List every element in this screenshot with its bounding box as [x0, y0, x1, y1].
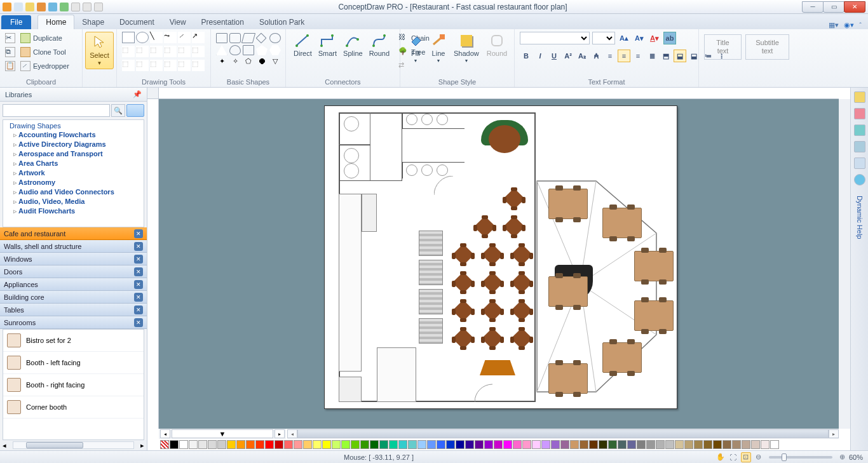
tree-node[interactable]: Active Directory Diagrams	[6, 140, 141, 149]
color-swatch[interactable]	[408, 440, 417, 449]
tab-shape[interactable]: Shape	[74, 15, 112, 29]
dining-table-4top[interactable]	[512, 300, 532, 321]
no-fill-swatch[interactable]	[160, 440, 169, 449]
connector-smart[interactable]: Smart	[316, 32, 339, 58]
tab-view[interactable]: View	[162, 15, 194, 29]
range-2[interactable]	[419, 260, 443, 285]
tree-node[interactable]: Audio, Video, Media	[6, 197, 141, 206]
duplicate-button[interactable]: Duplicate	[20, 32, 69, 44]
new-icon[interactable]	[14, 3, 23, 11]
dining-table-4top[interactable]	[504, 189, 524, 209]
color-swatch[interactable]	[494, 440, 503, 449]
close-button[interactable]: ✕	[844, 1, 865, 13]
dock-fill-icon[interactable]	[854, 124, 865, 136]
page[interactable]	[324, 105, 677, 409]
color-swatch[interactable]	[465, 440, 474, 449]
color-swatch[interactable]	[541, 440, 550, 449]
color-swatch[interactable]	[255, 440, 264, 449]
podium[interactable]	[480, 360, 515, 375]
zoom-in-button[interactable]: ⊕	[837, 452, 848, 462]
tree-node[interactable]: Aerospace and Transport	[6, 149, 141, 159]
color-swatch[interactable]	[713, 440, 722, 449]
shape-ellipse[interactable]	[229, 45, 241, 55]
shape-pentagon[interactable]	[256, 45, 268, 55]
color-swatch[interactable]	[770, 440, 779, 449]
color-swatch[interactable]	[484, 440, 493, 449]
color-swatch[interactable]	[236, 440, 245, 449]
color-swatch[interactable]	[246, 440, 255, 449]
color-swatch[interactable]	[370, 440, 379, 449]
sink[interactable]	[406, 114, 417, 125]
subscript-button[interactable]: A₂	[576, 50, 588, 62]
save-icon[interactable]	[94, 3, 103, 11]
dining-table-4top[interactable]	[453, 300, 473, 321]
highlight-button[interactable]: ab	[663, 32, 676, 44]
dining-table-rect[interactable]	[548, 276, 588, 307]
color-swatch[interactable]	[751, 440, 760, 449]
library-item[interactable]: Corner booth	[3, 396, 144, 419]
open-icon[interactable]	[25, 3, 34, 11]
color-swatch[interactable]	[570, 440, 579, 449]
library-tree[interactable]: Drawing Shapes Accounting Flowcharts Act…	[3, 119, 144, 227]
door-arc[interactable]	[475, 383, 500, 402]
tree-node[interactable]: Astronomy	[6, 178, 141, 187]
sink[interactable]	[421, 114, 433, 125]
library-search-input[interactable]	[3, 104, 110, 117]
dining-table-4top[interactable]	[475, 217, 495, 237]
line-button[interactable]: Line▼	[428, 32, 449, 64]
font-family-select[interactable]	[520, 32, 590, 44]
recent-icon[interactable]	[48, 3, 57, 11]
tree-node[interactable]: Audit Flowcharts	[6, 206, 141, 216]
dining-table-4top[interactable]	[482, 245, 503, 265]
connector-spline[interactable]: Spline	[341, 32, 365, 58]
color-swatch[interactable]	[341, 440, 350, 449]
color-swatch[interactable]	[294, 440, 302, 449]
color-swatch[interactable]	[208, 440, 217, 449]
shape-parallelogram[interactable]	[241, 33, 255, 43]
color-swatch[interactable]	[532, 440, 541, 449]
color-swatch[interactable]	[379, 440, 388, 449]
color-swatch[interactable]	[560, 440, 569, 449]
tree-node[interactable]: Area Charts	[6, 159, 141, 168]
grow-font-button[interactable]: A▴	[618, 32, 630, 44]
color-swatch[interactable]	[275, 440, 283, 449]
library-cat-cafe[interactable]: Cafe and restaurant✕	[0, 227, 147, 240]
font-color-button[interactable]: A▾	[648, 32, 661, 44]
valign-top-button[interactable]: ⬒	[660, 50, 672, 62]
color-swatch[interactable]	[503, 440, 512, 449]
color-swatch[interactable]	[303, 440, 312, 449]
shrink-font-button[interactable]: A▾	[633, 32, 646, 44]
shield-icon[interactable]	[37, 3, 46, 11]
library-cat-walls[interactable]: Walls, shell and structure✕	[0, 240, 147, 253]
collapse-ribbon-icon[interactable]: ˆ	[859, 22, 862, 29]
tab-home[interactable]: Home	[37, 15, 74, 29]
color-swatch[interactable]	[227, 440, 236, 449]
library-cat-doors[interactable]: Doors✕	[0, 265, 147, 278]
dining-table-4top[interactable]	[453, 245, 473, 265]
color-swatch[interactable]	[742, 440, 750, 449]
rect-tool[interactable]	[122, 32, 135, 43]
color-swatch[interactable]	[351, 440, 360, 449]
dining-table-rect[interactable]	[634, 300, 674, 331]
dock-align-icon[interactable]	[854, 158, 865, 169]
dock-layers-icon[interactable]	[854, 91, 865, 103]
refresh-icon[interactable]	[60, 3, 69, 11]
canvas-viewport[interactable]	[159, 99, 839, 429]
subtitle-text-placeholder[interactable]: Subtitle text	[745, 34, 789, 60]
help-icon[interactable]: ◉▾	[844, 21, 854, 29]
color-swatch[interactable]	[437, 440, 445, 449]
dining-table-4top[interactable]	[504, 217, 524, 237]
ellipse-tool[interactable]	[136, 32, 149, 43]
color-swatch[interactable]	[675, 440, 684, 449]
window-switch-icon[interactable]: ▦▾	[829, 21, 839, 29]
range-4[interactable]	[419, 318, 443, 344]
tree-node[interactable]: Artwork	[6, 168, 141, 178]
tree-node[interactable]: Accounting Flowcharts	[6, 130, 141, 140]
color-swatch[interactable]	[656, 440, 665, 449]
round-corners-button[interactable]: Round	[484, 32, 510, 58]
valign-bot-button[interactable]: ⬓	[688, 50, 700, 62]
range-3[interactable]	[419, 289, 443, 314]
prev-page-button[interactable]: ◂	[160, 429, 170, 438]
shape-hexagon[interactable]	[269, 45, 281, 55]
library-item[interactable]: Booth - left facing	[3, 352, 144, 374]
